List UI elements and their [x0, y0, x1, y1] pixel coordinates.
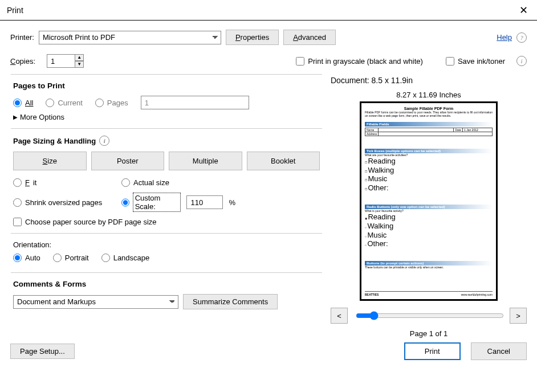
print-button[interactable]: Print — [404, 342, 461, 360]
shrink-radio[interactable]: Shrink oversized pages — [13, 198, 121, 207]
preview-next-button[interactable]: > — [510, 308, 527, 324]
more-options-disclosure[interactable]: ▶ More Options — [13, 113, 320, 121]
paper-source-checkbox[interactable]: Choose paper source by PDF page size — [13, 218, 320, 226]
help-icon[interactable]: ? — [516, 32, 527, 43]
advanced-button[interactable]: Advanced — [283, 30, 336, 45]
orientation-landscape-radio[interactable]: Landscape — [101, 254, 150, 262]
actual-size-radio[interactable]: Actual size — [121, 178, 235, 187]
custom-scale-radio[interactable]: Custom Scale: — [121, 193, 181, 212]
sizing-title: Page Sizing & Handling — [13, 137, 96, 145]
preview-zoom-slider[interactable] — [355, 310, 503, 322]
pages-range-input[interactable] — [141, 96, 249, 109]
preview-prev-button[interactable]: < — [331, 308, 348, 324]
document-dimensions: Document: 8.5 x 11.9in — [331, 76, 413, 85]
window-title: Print — [7, 6, 23, 15]
size-button[interactable]: Size — [13, 152, 87, 170]
pages-all-radio[interactable]: All — [13, 99, 33, 107]
fit-radio[interactable]: Fit — [13, 178, 121, 187]
grayscale-checkbox[interactable]: Print in grayscale (black and white) — [296, 57, 423, 66]
info-icon[interactable]: i — [99, 136, 109, 146]
cancel-button[interactable]: Cancel — [471, 342, 527, 360]
comments-forms-select[interactable]: Document and Markups — [13, 295, 178, 309]
page-setup-button[interactable]: Page Setup... — [10, 344, 75, 359]
custom-scale-input[interactable] — [186, 195, 223, 209]
save-ink-checkbox[interactable]: Save ink/toner — [446, 57, 505, 66]
help-link[interactable]: Help — [497, 33, 512, 42]
copies-down-button[interactable]: ▼ — [75, 61, 84, 68]
printer-select[interactable]: Microsoft Print to PDF — [39, 31, 221, 44]
orientation-title: Orientation: — [13, 240, 320, 249]
orientation-portrait-radio[interactable]: Portrait — [53, 254, 89, 262]
pages-range-radio[interactable]: Pages — [95, 99, 128, 107]
comments-forms-title: Comments & Forms — [13, 280, 320, 288]
copies-label: Copies: — [10, 57, 35, 66]
pages-to-print-title: Pages to Print — [13, 81, 320, 90]
copies-up-button[interactable]: ▲ — [75, 54, 84, 61]
page-indicator: Page 1 of 1 — [410, 329, 448, 338]
pages-current-radio[interactable]: Current — [46, 99, 82, 107]
copies-input[interactable] — [47, 54, 75, 68]
properties-button[interactable]: Properties — [226, 30, 279, 45]
percent-label: % — [229, 198, 235, 207]
booklet-button[interactable]: Booklet — [247, 152, 320, 170]
info-icon[interactable]: i — [516, 56, 527, 66]
printer-label: Printer: — [10, 33, 34, 42]
paper-dimensions: 8.27 x 11.69 Inches — [396, 91, 461, 99]
summarize-comments-button[interactable]: Summarize Comments — [183, 294, 278, 309]
poster-button[interactable]: Poster — [91, 152, 165, 170]
chevron-right-icon: ▶ — [13, 114, 18, 120]
close-icon[interactable]: ✕ — [516, 3, 530, 17]
multiple-button[interactable]: Multiple — [169, 152, 242, 170]
print-preview: Sample Fillable PDF Form Fillable PDF fo… — [360, 101, 498, 301]
orientation-auto-radio[interactable]: Auto — [13, 254, 40, 262]
